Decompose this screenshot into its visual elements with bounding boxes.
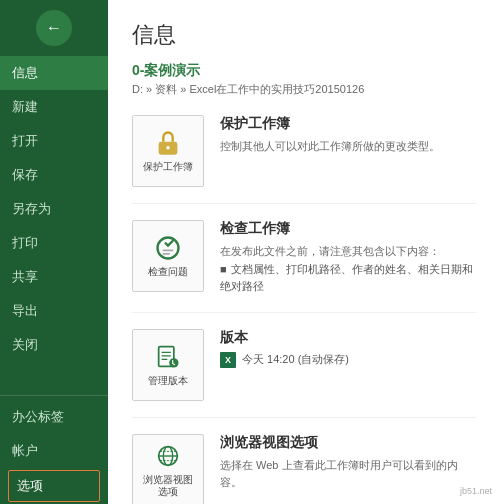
page-title: 信息 xyxy=(132,20,476,50)
sidebar-item-export[interactable]: 导出 xyxy=(0,294,108,328)
card-browser-desc: 选择在 Web 上查看此工作簿时用户可以看到的内容。 xyxy=(220,457,476,492)
main-content: 信息 0-案例演示 D: » 资料 » Excel在工作中的实用技巧201501… xyxy=(108,0,500,504)
card-inspect-title: 检查工作簿 xyxy=(220,220,476,238)
watermark: jb51.net xyxy=(460,486,492,496)
card-protect-icon[interactable]: 保护工作簿 xyxy=(132,115,204,187)
card-versions-label: 管理版本 xyxy=(148,375,188,387)
card-versions-icon[interactable]: 管理版本 xyxy=(132,329,204,401)
sidebar: ← 信息 新建 打开 保存 另存为 打印 共享 导出 关闭 办公标签 帐户 选项 xyxy=(0,0,108,504)
sidebar-item-account[interactable]: 帐户 xyxy=(0,434,108,468)
file-path: D: » 资料 » Excel在工作中的实用技巧20150126 xyxy=(132,82,476,97)
card-protect-title: 保护工作簿 xyxy=(220,115,476,133)
sidebar-item-open[interactable]: 打开 xyxy=(0,124,108,158)
version-text: 今天 14:20 (自动保存) xyxy=(242,352,349,367)
sidebar-item-share[interactable]: 共享 xyxy=(0,260,108,294)
sidebar-item-options[interactable]: 选项 xyxy=(8,470,100,502)
excel-icon: X xyxy=(220,352,236,368)
sidebar-item-print[interactable]: 打印 xyxy=(0,226,108,260)
file-name: 0-案例演示 xyxy=(132,62,476,80)
card-browser-label: 浏览器视图选项 xyxy=(143,474,193,498)
card-inspect-icon[interactable]: 检查问题 xyxy=(132,220,204,292)
sidebar-item-save[interactable]: 保存 xyxy=(0,158,108,192)
card-protect: 保护工作簿 保护工作簿 控制其他人可以对此工作簿所做的更改类型。 xyxy=(132,115,476,204)
card-browser: 浏览器视图选项 浏览器视图选项 选择在 Web 上查看此工作簿时用户可以看到的内… xyxy=(132,434,476,504)
card-inspect: 检查问题 检查工作簿 在发布此文件之前，请注意其包含以下内容： ■文档属性、打印… xyxy=(132,220,476,313)
card-inspect-label: 检查问题 xyxy=(148,266,188,278)
back-button[interactable]: ← xyxy=(36,10,72,46)
card-versions-content: 版本 X 今天 14:20 (自动保存) xyxy=(220,329,476,368)
card-versions: 管理版本 版本 X 今天 14:20 (自动保存) xyxy=(132,329,476,418)
card-inspect-content: 检查工作簿 在发布此文件之前，请注意其包含以下内容： ■文档属性、打印机路径、作… xyxy=(220,220,476,296)
sidebar-item-close[interactable]: 关闭 xyxy=(0,328,108,362)
card-browser-icon[interactable]: 浏览器视图选项 xyxy=(132,434,204,504)
card-protect-desc: 控制其他人可以对此工作簿所做的更改类型。 xyxy=(220,138,476,156)
card-browser-title: 浏览器视图选项 xyxy=(220,434,476,452)
sidebar-item-info[interactable]: 信息 xyxy=(0,56,108,90)
browser-icon xyxy=(154,442,182,470)
sidebar-item-saveas[interactable]: 另存为 xyxy=(0,192,108,226)
svg-point-4 xyxy=(169,358,178,367)
inspect-icon xyxy=(154,234,182,262)
versions-icon xyxy=(154,343,182,371)
sidebar-item-new[interactable]: 新建 xyxy=(0,90,108,124)
card-versions-title: 版本 xyxy=(220,329,476,347)
svg-point-1 xyxy=(166,146,170,150)
lock-icon xyxy=(154,129,182,157)
svg-point-2 xyxy=(158,238,179,259)
card-inspect-desc: 在发布此文件之前，请注意其包含以下内容： xyxy=(220,243,476,261)
card-inspect-item: ■文档属性、打印机路径、作者的姓名、相关日期和绝对路径 xyxy=(220,261,476,296)
card-protect-content: 保护工作簿 控制其他人可以对此工作簿所做的更改类型。 xyxy=(220,115,476,156)
card-browser-content: 浏览器视图选项 选择在 Web 上查看此工作簿时用户可以看到的内容。 xyxy=(220,434,476,492)
sidebar-item-tags[interactable]: 办公标签 xyxy=(0,400,108,434)
card-protect-label: 保护工作簿 xyxy=(143,161,193,173)
version-row: X 今天 14:20 (自动保存) xyxy=(220,352,476,368)
